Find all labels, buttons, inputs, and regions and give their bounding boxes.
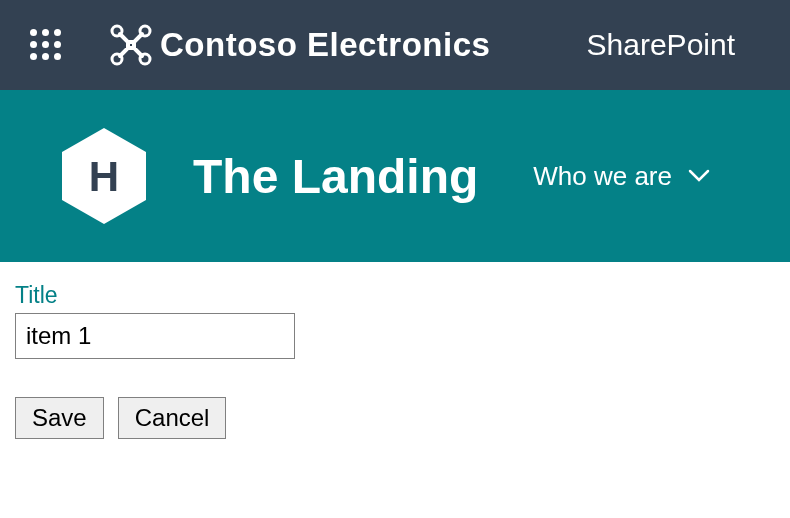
form-area: Title Save Cancel bbox=[0, 262, 790, 459]
title-label: Title bbox=[15, 282, 775, 309]
site-header: H The Landing Who we are bbox=[0, 90, 790, 262]
button-row: Save Cancel bbox=[15, 397, 775, 439]
nav-who-we-are[interactable]: Who we are bbox=[533, 161, 710, 192]
title-input[interactable] bbox=[15, 313, 295, 359]
chevron-down-icon bbox=[688, 169, 710, 183]
tenant-name: Contoso Electronics bbox=[160, 26, 490, 64]
site-logo[interactable]: H bbox=[60, 126, 148, 226]
site-title[interactable]: The Landing bbox=[193, 149, 478, 204]
suite-bar: Contoso Electronics SharePoint bbox=[0, 0, 790, 90]
app-launcher-icon[interactable] bbox=[30, 29, 62, 61]
save-button[interactable]: Save bbox=[15, 397, 104, 439]
nav-item-label: Who we are bbox=[533, 161, 672, 192]
cancel-button[interactable]: Cancel bbox=[118, 397, 227, 439]
app-name[interactable]: SharePoint bbox=[587, 28, 735, 62]
hexagon-icon: H bbox=[60, 126, 148, 226]
svg-text:H: H bbox=[89, 153, 119, 200]
tenant-brand[interactable]: Contoso Electronics bbox=[110, 24, 490, 66]
drone-icon bbox=[110, 24, 152, 66]
